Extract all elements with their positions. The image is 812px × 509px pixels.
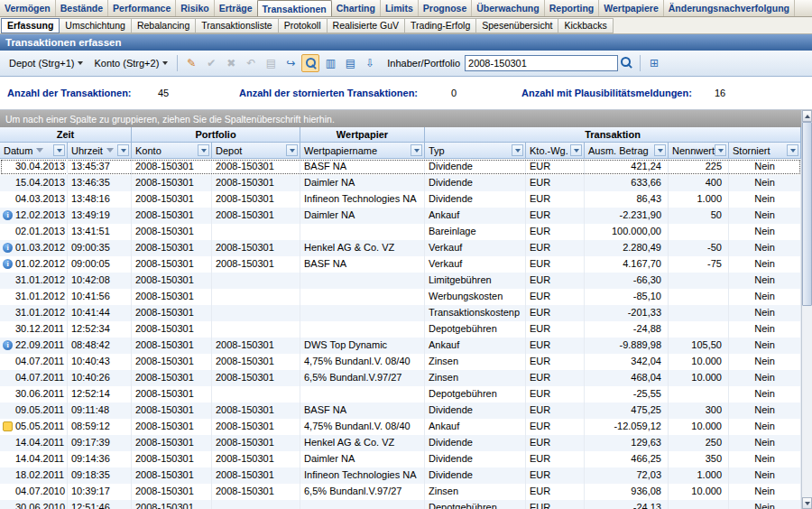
table-row[interactable]: 18.02.2011 09:18:35 2008-150301 2008-150… bbox=[0, 467, 801, 484]
main-tab[interactable]: Wertpapiere bbox=[599, 0, 664, 16]
cell-kto-wg: EUR bbox=[526, 256, 585, 273]
main-tab[interactable]: Vermögen bbox=[0, 0, 56, 16]
main-tab[interactable]: Erträge bbox=[215, 0, 258, 16]
sort-descending-icon bbox=[106, 148, 114, 153]
table-row[interactable]: 12.02.2013 13:49:19 2008-150301 2008-150… bbox=[0, 208, 801, 224]
filter-button[interactable] bbox=[286, 144, 298, 156]
cell-ausm-betrag: 2.280,49 bbox=[585, 240, 669, 256]
cancel-changes-icon[interactable]: ✖ bbox=[222, 54, 240, 72]
table-row[interactable]: 31.01.2012 10:41:56 2008-150301 Werbungs… bbox=[0, 289, 801, 305]
table-row[interactable]: 04.07.2010 10:39:17 2008-150301 2008-150… bbox=[0, 484, 801, 500]
sub-tab[interactable]: Transaktionsliste bbox=[195, 18, 278, 33]
table-row[interactable]: 01.02.2012 09:00:05 2008-150301 2008-150… bbox=[0, 256, 801, 273]
table-row[interactable]: 30.12.2011 12:52:34 2008-150301 Depotgeb… bbox=[0, 321, 801, 338]
column-header[interactable]: Konto bbox=[132, 143, 212, 159]
konto-dropdown-button[interactable]: Konto (Strg+2) bbox=[88, 55, 173, 71]
table-row[interactable]: 22.09.2011 08:48:42 2008-150301 2008-150… bbox=[0, 338, 801, 354]
main-tab[interactable]: Performance bbox=[108, 0, 176, 16]
sub-tab[interactable]: Erfassung bbox=[1, 18, 60, 33]
table-row[interactable]: 14.04.2011 09:14:36 2008-150301 2008-150… bbox=[0, 451, 801, 467]
vertical-scrollbar[interactable] bbox=[801, 110, 812, 509]
cell-depot: 2008-150301 bbox=[212, 370, 300, 386]
cell-konto: 2008-150301 bbox=[132, 451, 212, 467]
table-row[interactable]: 02.01.2013 13:41:51 2008-150301 Bareinla… bbox=[0, 224, 801, 240]
column-header[interactable]: Wertpapiername bbox=[300, 143, 425, 159]
column-header[interactable]: Ausm. Betrag bbox=[585, 143, 669, 159]
search-icon[interactable] bbox=[620, 56, 634, 70]
main-tab[interactable]: Charting bbox=[332, 0, 381, 16]
scroll-up-button[interactable] bbox=[802, 110, 812, 122]
cell-typ: Depotgebühren bbox=[425, 321, 526, 338]
main-tab[interactable]: Bestände bbox=[56, 0, 108, 16]
post-changes-icon[interactable]: ✔ bbox=[202, 54, 220, 72]
sub-tab[interactable]: Trading-Erfolg bbox=[404, 18, 476, 33]
scrollbar-track[interactable] bbox=[802, 122, 812, 497]
filter-button[interactable] bbox=[117, 144, 129, 156]
main-tab-label: Transaktionen bbox=[263, 4, 327, 14]
filter-button[interactable] bbox=[198, 144, 209, 156]
sub-tab[interactable]: Rebalancing bbox=[131, 18, 196, 33]
cell-wertpapiername bbox=[300, 289, 425, 305]
filter-button[interactable] bbox=[411, 144, 422, 156]
filter-button[interactable] bbox=[570, 144, 582, 156]
scrollbar-thumb[interactable] bbox=[802, 122, 812, 306]
filter-button[interactable] bbox=[787, 144, 798, 156]
split-view-icon[interactable]: ▥ bbox=[321, 54, 339, 72]
sort-icon[interactable]: ⇩ bbox=[361, 54, 379, 72]
copy-row-icon[interactable]: ▤ bbox=[262, 54, 280, 72]
sub-tab[interactable]: Umschichtung bbox=[59, 18, 132, 33]
undo-icon[interactable]: ↶ bbox=[242, 54, 260, 72]
column-header[interactable]: Nennwert bbox=[669, 143, 729, 159]
table-row[interactable]: 30.04.2013 13:45:37 2008-150301 2008-150… bbox=[0, 159, 801, 175]
column-header[interactable]: Typ bbox=[425, 143, 526, 159]
column-chooser-icon[interactable]: ▤ bbox=[341, 54, 359, 72]
table-row[interactable]: 04.07.2011 10:40:26 2008-150301 2008-150… bbox=[0, 370, 801, 386]
sub-tab[interactable]: Realisierte GuV bbox=[327, 18, 406, 33]
import-icon[interactable]: ↪ bbox=[281, 54, 300, 72]
table-row[interactable]: 30.06.2011 12:52:14 2008-150301 Depotgeb… bbox=[0, 386, 801, 403]
column-header[interactable]: Datum bbox=[0, 143, 68, 159]
sub-tab[interactable]: Protokoll bbox=[278, 18, 328, 33]
table-row[interactable]: 09.05.2011 09:11:48 2008-150301 2008-150… bbox=[0, 403, 801, 419]
table-row[interactable]: 30.06.2010 12:51:46 2008-150301 Depotgeb… bbox=[0, 500, 801, 509]
cell-nennwert: -75 bbox=[669, 256, 729, 273]
select-portfolio-icon[interactable]: ⊞ bbox=[645, 54, 663, 72]
inhaber-portfolio-input[interactable] bbox=[465, 55, 618, 71]
plausibility-count-value: 16 bbox=[715, 88, 725, 98]
cell-wertpapiername: Daimler NA bbox=[300, 208, 425, 224]
table-row[interactable]: 05.05.2011 08:59:12 2008-150301 2008-150… bbox=[0, 419, 801, 435]
filter-button[interactable] bbox=[53, 144, 65, 156]
table-row[interactable]: 15.04.2013 13:46:35 2008-150301 2008-150… bbox=[0, 175, 801, 191]
column-header[interactable]: Storniert bbox=[729, 143, 801, 159]
cell-depot bbox=[212, 224, 300, 240]
main-tab[interactable]: Transaktionen bbox=[257, 0, 332, 16]
table-row[interactable]: 04.03.2013 13:48:16 2008-150301 2008-150… bbox=[0, 191, 801, 208]
main-tab[interactable]: Überwachung bbox=[472, 0, 544, 16]
filter-button[interactable] bbox=[715, 144, 726, 156]
filter-button[interactable] bbox=[654, 144, 666, 156]
preview-toggle-icon[interactable] bbox=[301, 54, 319, 72]
scroll-down-button[interactable] bbox=[802, 497, 812, 509]
table-row[interactable]: 31.01.2012 10:42:08 2008-150301 Limitgeb… bbox=[0, 273, 801, 289]
column-header[interactable]: Kto.-Wg. bbox=[526, 143, 585, 159]
transactions-count-value: 45 bbox=[158, 88, 169, 98]
column-header[interactable]: Depot bbox=[212, 143, 300, 159]
main-tab[interactable]: Änderungsnachverfolgung bbox=[664, 0, 795, 16]
edit-transaction-icon[interactable]: ✎ bbox=[182, 54, 200, 72]
cell-uhrzeit: 10:42:08 bbox=[68, 273, 132, 289]
table-row[interactable]: 31.01.2012 10:41:44 2008-150301 Transakt… bbox=[0, 305, 801, 321]
table-row[interactable]: 14.04.2011 09:17:39 2008-150301 2008-150… bbox=[0, 435, 801, 451]
column-header[interactable]: Uhrzeit bbox=[68, 143, 132, 159]
sub-tab[interactable]: Spesenübersicht bbox=[475, 18, 558, 33]
cell-uhrzeit: 13:48:16 bbox=[68, 191, 132, 208]
sub-tab[interactable]: Kickbacks bbox=[558, 18, 613, 33]
table-row[interactable]: 04.07.2011 10:40:43 2008-150301 2008-150… bbox=[0, 354, 801, 370]
table-row[interactable]: 01.03.2012 09:00:35 2008-150301 2008-150… bbox=[0, 240, 801, 256]
depot-dropdown-button[interactable]: Depot (Strg+1) bbox=[4, 55, 88, 71]
cell-kto-wg: EUR bbox=[526, 175, 585, 191]
main-tab[interactable]: Risiko bbox=[176, 0, 215, 16]
main-tab[interactable]: Reporting bbox=[545, 0, 600, 16]
main-tab[interactable]: Limits bbox=[381, 0, 419, 16]
main-tab[interactable]: Prognose bbox=[419, 0, 472, 16]
filter-button[interactable] bbox=[512, 144, 523, 156]
